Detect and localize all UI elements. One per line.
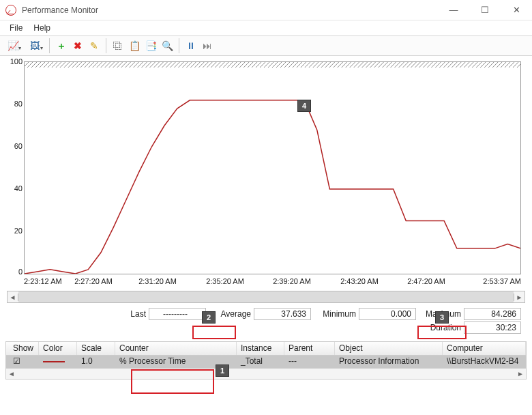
stat-last-value: --------- <box>149 308 206 320</box>
th-object[interactable]: Object <box>335 342 443 355</box>
stat-min-value: 0.000 <box>359 308 416 320</box>
stat-avg-value: 37.633 <box>254 308 311 320</box>
x-tick: 2:43:20 AM <box>340 277 379 285</box>
y-tick: 100 <box>0 57 23 66</box>
cell-counter: % Processor Time <box>115 356 237 368</box>
stat-last-label: Last <box>104 309 149 319</box>
view-chart-button[interactable]: 📈 <box>3 38 23 53</box>
plot-box[interactable] <box>24 61 521 274</box>
toolbar: 📈 🖼 ＋ ✖ ✎ ⿻ 📋 📑 🔍 ⏸ ⏭ <box>0 35 532 56</box>
x-tick: 2:39:20 AM <box>273 277 311 285</box>
app-icon <box>5 5 16 16</box>
table-header: Show Color Scale Counter Instance Parent… <box>6 342 526 356</box>
chart-icon: 📈 <box>8 41 19 51</box>
stat-dur-label: Duration <box>419 323 464 332</box>
properties-button[interactable]: 📑 <box>143 38 158 53</box>
menu-file[interactable]: File <box>4 22 28 34</box>
cell-color <box>39 356 77 368</box>
stat-avg-label: Average <box>209 309 254 319</box>
y-tick: 80 <box>0 100 23 108</box>
minimize-button[interactable]: — <box>438 0 469 20</box>
properties-icon: 📑 <box>145 41 157 51</box>
stat-min-label: Minimum <box>314 309 359 319</box>
scroll-right-icon[interactable]: ► <box>515 370 526 377</box>
menu-help[interactable]: Help <box>28 22 56 34</box>
copy-icon: ⿻ <box>113 41 123 51</box>
scroll-track[interactable] <box>18 291 514 302</box>
line-chart <box>25 62 520 274</box>
x-tick: 2:35:20 AM <box>206 277 244 285</box>
time-scrollbar[interactable]: ◄ ► <box>7 291 525 303</box>
zoom-icon: 🔍 <box>162 41 173 51</box>
cell-computer: \\BurstHackVM2-B4 <box>443 356 526 368</box>
scroll-right-icon[interactable]: ► <box>514 294 524 301</box>
picture-icon: 🖼 <box>30 41 40 51</box>
th-computer[interactable]: Computer <box>443 342 526 355</box>
x-tick: 2:27:20 AM <box>74 277 113 285</box>
x-tick: 2:31:20 AM <box>138 277 177 285</box>
stat-max-label: Maximum <box>419 309 464 319</box>
x-tick: 2:23:12 AM <box>24 277 62 285</box>
annotation-4: 4 <box>297 100 311 112</box>
chart-area: 100 80 60 40 20 0 4 2:23:12 AM 2:27:20 A… <box>0 56 532 289</box>
maximize-button[interactable]: ☐ <box>469 0 501 20</box>
scroll-thumb[interactable] <box>18 291 514 302</box>
checkbox-icon[interactable]: ☑ <box>13 356 20 366</box>
pencil-icon: ✎ <box>90 41 98 51</box>
counter-table: Show Color Scale Counter Instance Parent… <box>5 341 527 380</box>
th-counter[interactable]: Counter <box>115 342 237 355</box>
remove-counter-button[interactable]: ✖ <box>70 38 85 53</box>
close-button[interactable]: ✕ <box>501 0 532 20</box>
th-color[interactable]: Color <box>39 342 77 355</box>
y-tick: 60 <box>0 142 23 150</box>
cell-instance: _Total <box>237 356 284 368</box>
table-row[interactable]: ☑ 1.0 % Processor Time _Total --- Proces… <box>6 356 526 368</box>
window-title: Performance Monitor <box>22 5 438 15</box>
toolbar-separator <box>106 38 106 53</box>
th-show[interactable]: Show <box>6 342 39 355</box>
y-tick: 20 <box>0 227 23 235</box>
cell-scale: 1.0 <box>77 356 115 368</box>
cell-show[interactable]: ☑ <box>6 356 39 368</box>
plus-icon: ＋ <box>57 41 66 51</box>
pause-button[interactable]: ⏸ <box>183 38 198 53</box>
copy-button[interactable]: ⿻ <box>110 38 125 53</box>
x-tick: 2:53:37 AM <box>483 277 521 285</box>
highlight-button[interactable]: ✎ <box>87 38 102 53</box>
toolbar-separator <box>49 38 50 53</box>
color-swatch <box>43 361 65 362</box>
x-axis: 2:23:12 AM 2:27:20 AM 2:31:20 AM 2:35:20… <box>0 277 532 288</box>
th-parent[interactable]: Parent <box>284 342 335 355</box>
step-icon: ⏭ <box>203 41 212 51</box>
scroll-left-icon[interactable]: ◄ <box>6 370 17 377</box>
scroll-left-icon[interactable]: ◄ <box>8 294 18 301</box>
menu-bar: File Help <box>0 20 532 35</box>
x-tick: 2:47:20 AM <box>407 277 445 285</box>
x-icon: ✖ <box>74 41 82 51</box>
table-scrollbar[interactable]: ◄ ► <box>6 368 526 379</box>
y-tick: 40 <box>0 184 23 192</box>
view-picture-button[interactable]: 🖼 <box>25 38 45 53</box>
cell-object: Processor Information <box>335 356 443 368</box>
stat-dur-value: 30:23 <box>464 321 521 334</box>
paste-button[interactable]: 📋 <box>127 38 142 53</box>
y-tick: 0 <box>0 268 23 276</box>
clipboard-icon: 📋 <box>129 41 141 51</box>
toolbar-separator <box>179 38 179 53</box>
th-instance[interactable]: Instance <box>237 342 284 355</box>
pause-icon: ⏸ <box>186 41 196 51</box>
svg-rect-0 <box>25 62 520 68</box>
cell-parent: --- <box>284 356 335 368</box>
step-button[interactable]: ⏭ <box>200 38 215 53</box>
add-counter-button[interactable]: ＋ <box>54 38 69 53</box>
stat-max-value: 84.286 <box>464 308 521 320</box>
zoom-button[interactable]: 🔍 <box>160 38 175 53</box>
th-scale[interactable]: Scale <box>77 342 115 355</box>
stats-panel: Last --------- Average 37.633 Minimum 0.… <box>0 307 532 339</box>
title-bar: Performance Monitor — ☐ ✕ <box>0 0 532 20</box>
